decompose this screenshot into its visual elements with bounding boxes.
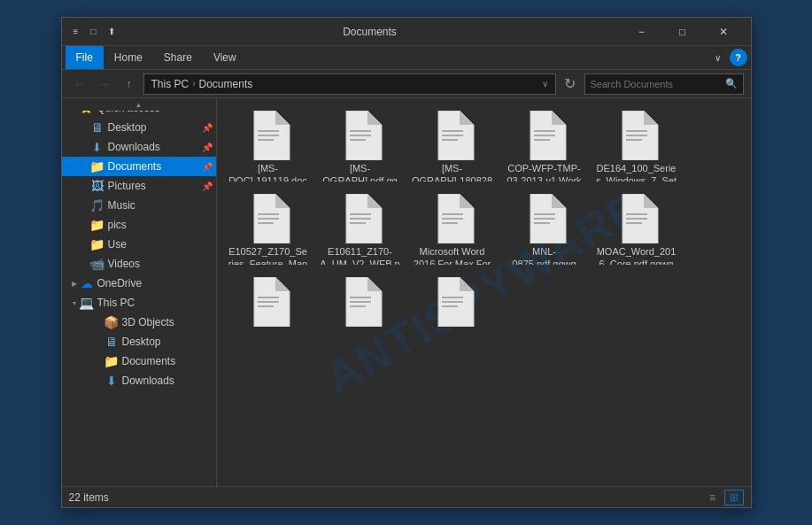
refresh-button[interactable]: ↻	[560, 73, 581, 95]
expander-downloads	[80, 142, 90, 152]
view-tile-button[interactable]: ⊞	[724, 490, 744, 506]
file-area: ANTISPYWARE [MS-DOC]-191119.docx.ggwq	[217, 98, 751, 486]
svg-rect-58	[350, 301, 371, 303]
forward-button[interactable]: →	[94, 73, 115, 95]
onedrive-icon: ☁	[80, 276, 94, 290]
maximize-button[interactable]: □	[662, 18, 703, 46]
file-icon-8	[522, 194, 568, 243]
path-separator: ›	[192, 79, 195, 89]
file-item[interactable]: [MS-DOC]-191119.docx.ggwq	[224, 105, 313, 185]
sidebar-label-desktop2: Desktop	[122, 336, 213, 348]
file-name-3: COP-WFP-TMP-03-2013-v1 Work Steps Report…	[504, 162, 585, 181]
sidebar-item-use[interactable]: 📁 Use	[62, 235, 216, 254]
sidebar-item-documents[interactable]: 📁 Documents 📌	[62, 157, 216, 176]
sidebar-item-3dobjects[interactable]: 📦 3D Objects	[62, 313, 216, 332]
view-list-button[interactable]: ≡	[703, 490, 723, 506]
path-thispc: This PC	[151, 78, 189, 90]
sidebar-label-pics: pics	[108, 219, 213, 231]
address-bar: ← → ↑ This PC › Documents ∨ ↻ 🔍	[62, 70, 751, 98]
expander-videos	[80, 259, 90, 269]
ribbon-expand: ∨ ?	[709, 49, 747, 66]
quick-access-icon: □	[87, 25, 101, 39]
sidebar-item-music[interactable]: 🎵 Music	[62, 196, 216, 215]
close-button[interactable]: ✕	[703, 18, 744, 46]
system-menu-icon[interactable]: ≡	[69, 25, 83, 39]
svg-rect-37	[442, 213, 463, 215]
sidebar-item-thispc[interactable]: ▾ 💻 This PC	[62, 293, 216, 313]
thispc-icon: 💻	[80, 296, 94, 310]
sidebar-label-thispc: This PC	[97, 297, 213, 309]
folder-icon-use: 📁	[90, 237, 104, 251]
file-icon-9	[614, 194, 660, 243]
sidebar-label-downloads: Downloads	[108, 141, 200, 153]
back-button[interactable]: ←	[69, 73, 90, 95]
file-icon-6	[337, 194, 383, 243]
help-button[interactable]: ?	[730, 49, 747, 66]
svg-rect-33	[350, 218, 371, 220]
svg-rect-7	[350, 130, 371, 132]
file-item[interactable]: E10527_Z170_Series_Feature_Manual_UM_WEB…	[224, 189, 313, 268]
address-path[interactable]: This PC › Documents ∨	[143, 73, 556, 95]
documents2-icon: 📁	[104, 354, 119, 368]
sidebar-item-onedrive[interactable]: ▶ ☁ OneDrive	[62, 274, 216, 293]
desktop-icon: 🖥	[90, 120, 104, 135]
sidebar-label-use: Use	[108, 238, 213, 251]
up-button[interactable]: ↑	[119, 73, 140, 95]
search-box[interactable]: 🔍	[584, 73, 744, 95]
tab-file[interactable]: File	[66, 46, 104, 69]
file-item[interactable]: [MS-OGRAPH].pdf.ggwq	[316, 105, 405, 185]
path-documents: Documents	[199, 78, 253, 90]
file-icon-0	[245, 111, 291, 160]
sidebar-item-desktop2[interactable]: 🖥 Desktop	[62, 332, 216, 351]
tab-home[interactable]: Home	[104, 46, 153, 69]
expander-desktop	[80, 122, 90, 133]
sidebar-item-videos[interactable]: 📹 Videos	[62, 254, 216, 274]
svg-rect-39	[442, 222, 458, 224]
svg-rect-59	[350, 305, 366, 307]
file-scroll[interactable]: [MS-DOC]-191119.docx.ggwq [MS-OGRAPH].pd…	[217, 98, 751, 486]
svg-marker-1	[275, 111, 290, 125]
file-item[interactable]	[224, 272, 313, 351]
file-item[interactable]: E10611_Z170-A_UM_V2_WEB.pdf.ggwq	[316, 189, 405, 268]
file-item[interactable]: Microsoft Word 2016 For Max For Legal Pr…	[408, 189, 497, 268]
file-item[interactable]: MNL-0875.pdf.ggwq	[500, 189, 589, 268]
minimize-button[interactable]: −	[622, 18, 662, 46]
file-icon-2	[429, 111, 476, 160]
file-icon-1	[337, 111, 383, 160]
path-dropdown-icon[interactable]: ∨	[542, 79, 548, 89]
window-title: Documents	[124, 26, 616, 38]
explorer-window: ≡ □ ⬆ Documents − □ ✕ File Home Share Vi…	[61, 17, 752, 508]
tab-share[interactable]: Share	[153, 46, 203, 69]
pictures-icon: 🖼	[90, 179, 104, 193]
file-icon-7	[429, 194, 476, 243]
file-name-8: MNL-0875.pdf.ggwq	[504, 245, 585, 265]
file-icon-10	[245, 277, 291, 327]
svg-rect-22	[626, 130, 647, 132]
sidebar-scroll-up[interactable]: ▲	[62, 98, 216, 111]
ribbon-expand-icon[interactable]: ∨	[709, 51, 726, 65]
svg-rect-53	[258, 301, 279, 303]
sidebar-item-downloads[interactable]: ⬇ Downloads 📌	[62, 137, 216, 157]
file-item[interactable]	[408, 272, 497, 351]
sidebar-item-downloads2[interactable]: ⬇ Downloads	[62, 371, 216, 390]
search-input[interactable]	[591, 79, 722, 89]
sidebar-item-documents2[interactable]: 📁 Documents	[62, 351, 216, 371]
file-name-6: E10611_Z170-A_UM_V2_WEB.pdf.ggwq	[320, 245, 401, 265]
sidebar-item-desktop[interactable]: 🖥 Desktop 📌	[62, 118, 216, 137]
expander-documents	[80, 161, 90, 172]
file-item[interactable]	[316, 272, 405, 351]
expander-onedrive: ▶	[69, 278, 80, 289]
downloads-icon: ⬇	[90, 140, 104, 154]
svg-rect-12	[442, 130, 463, 132]
file-item[interactable]: MOAC_Word_2016_Core.pdf.ggwq	[592, 189, 681, 268]
sidebar-item-pictures[interactable]: 🖼 Pictures 📌	[62, 176, 216, 196]
svg-rect-19	[534, 139, 550, 141]
file-name-1: [MS-OGRAPH].pdf.ggwq	[320, 162, 401, 181]
search-icon[interactable]: 🔍	[725, 78, 738, 89]
sidebar-item-pics[interactable]: 📁 pics	[62, 215, 216, 235]
file-item[interactable]: COP-WFP-TMP-03-2013-v1 Work Steps Report…	[500, 105, 589, 185]
file-item[interactable]: DE164_100_Series_Windows_7_Set up_Guide_…	[592, 105, 681, 185]
tab-view[interactable]: View	[203, 46, 247, 69]
expander-thispc: ▾	[69, 297, 80, 308]
file-item[interactable]: [MS-OGRAPH]-180828.docx.ggwq	[408, 105, 497, 185]
